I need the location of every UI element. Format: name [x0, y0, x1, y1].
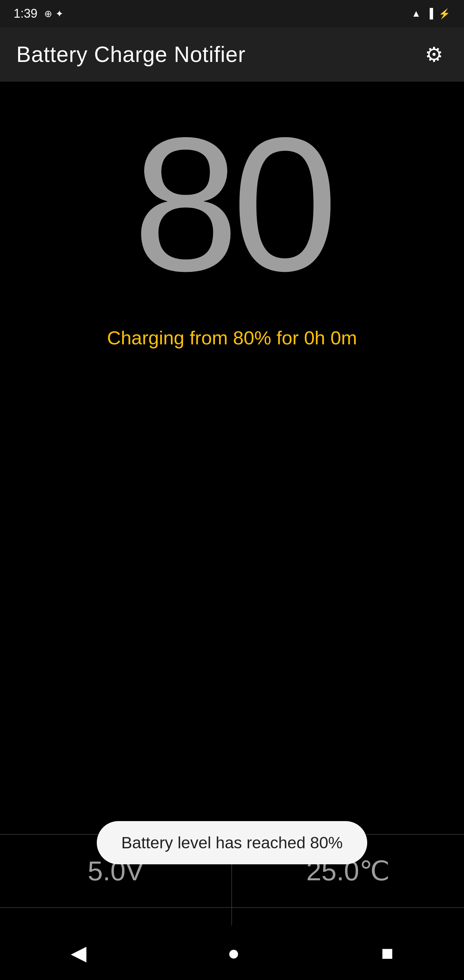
status-icons: ⊕ ✦	[44, 8, 63, 19]
status-bar-right: ▲ ▐ ⚡	[411, 8, 450, 19]
settings-icon: ⚙	[425, 43, 443, 66]
back-button[interactable]: ◀	[71, 941, 86, 965]
page-wrapper: 1:39 ⊕ ✦ ▲ ▐ ⚡ Battery Charge Notifier ⚙…	[0, 0, 464, 980]
status-time: 1:39	[14, 6, 37, 21]
battery-percentage: 80	[133, 109, 331, 299]
content-area: 80 Charging from 80% for 0h 0m 5.0V 25.0…	[0, 82, 464, 980]
app-title: Battery Charge Notifier	[16, 42, 246, 67]
settings-button[interactable]: ⚙	[421, 41, 448, 68]
app-bar: Battery Charge Notifier ⚙	[0, 27, 464, 82]
charging-status: Charging from 80% for 0h 0m	[107, 327, 357, 349]
recent-apps-button[interactable]: ■	[381, 941, 393, 965]
battery-icon: ⚡	[439, 8, 450, 19]
status-bar: 1:39 ⊕ ✦ ▲ ▐ ⚡	[0, 0, 464, 27]
toast-notification: Battery level has reached 80%	[97, 821, 367, 864]
bottom-nav: ◀ ● ■	[0, 926, 464, 980]
home-button[interactable]: ●	[227, 941, 240, 965]
status-bar-left: 1:39 ⊕ ✦	[14, 6, 63, 21]
toast-message: Battery level has reached 80%	[121, 834, 343, 852]
signal-icon: ▐	[426, 8, 433, 19]
bluetooth-icon: ✦	[56, 8, 63, 19]
wifi-icon: ▲	[411, 8, 421, 19]
nfc-icon: ⊕	[44, 8, 52, 19]
